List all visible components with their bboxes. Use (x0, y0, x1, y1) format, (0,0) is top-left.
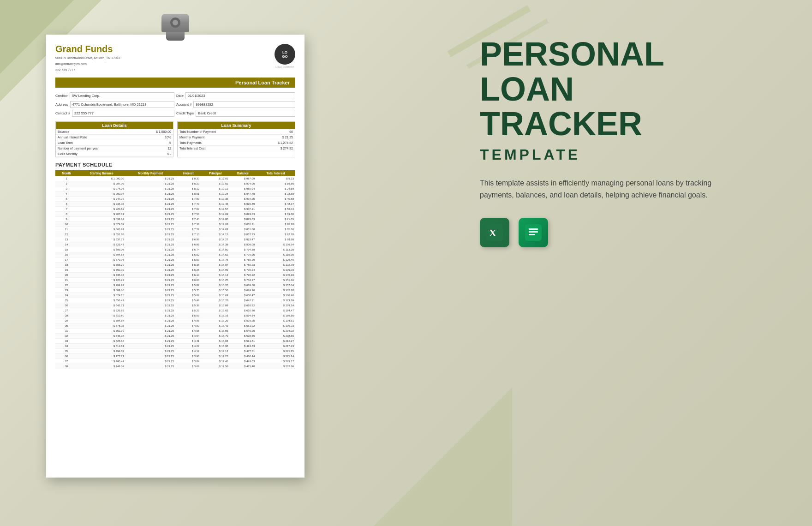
schedule-cell: $ 212.97 (256, 338, 295, 343)
schedule-cell: $ 21.25 (125, 211, 175, 216)
loan-summary-row: Monthly Payment$ 21.25 (178, 134, 295, 140)
schedule-cell: 36 (55, 353, 78, 359)
schedule-cell: $ 4.12 (175, 348, 201, 353)
schedule-cell: $ 21.25 (125, 308, 175, 313)
schedule-cell: $ 865.91 (78, 227, 125, 232)
schedule-cell: $ 7.67 (175, 206, 201, 211)
schedule-cell: $ 13.69 (201, 211, 229, 216)
table-row: 19$ 750.33$ 21.25$ 6.25$ 14.99$ 735.34$ … (55, 267, 295, 272)
schedule-cell: $ 16.29 (201, 318, 229, 323)
loan-summary-cell-label: Total Number of Payment (178, 129, 257, 135)
schedule-col-header: Balance (230, 170, 257, 176)
schedule-cell: $ 232.86 (256, 364, 295, 369)
schedule-cell: $ 626.82 (230, 303, 257, 308)
table-row: 12$ 851.88$ 21.25$ 7.10$ 14.15$ 837.73$ … (55, 232, 295, 237)
schedule-cell: 21 (55, 277, 78, 282)
schedule-cell: $ 16.70 (201, 333, 229, 338)
schedule-cell: $ 974.06 (230, 181, 257, 186)
schedule-cell: $ 14.03 (201, 227, 229, 232)
right-panel: PERSONAL LOAN TRACKER TEMPLATE This temp… (480, 37, 775, 247)
schedule-cell: $ 5.22 (175, 308, 201, 313)
schedule-cell: $ 425.48 (230, 364, 257, 369)
schedule-cell: $ 15.76 (201, 298, 229, 303)
schedule-cell: $ 229.17 (256, 359, 295, 364)
schedule-cell: $ 443.03 (78, 364, 125, 369)
schedule-cell: $ 7.79 (175, 201, 201, 206)
schedule-cell: $ 7.90 (175, 196, 201, 201)
info-right: Date 01/01/2023 Account # 999888292 Cred… (176, 92, 295, 117)
loan-sections: Loan Details Balance$ 1,000.00Annual Int… (55, 121, 295, 157)
schedule-cell: $ 21.25 (125, 221, 175, 227)
loan-details-row: Loan Term5 (56, 140, 173, 145)
schedule-cell: $ 151.16 (256, 277, 295, 282)
schedule-col-header: Principal (201, 170, 229, 176)
table-row: 20$ 735.34$ 21.25$ 6.13$ 15.12$ 720.22$ … (55, 272, 295, 277)
sheets-icon[interactable] (519, 218, 548, 247)
loan-summary-row: Total Interest Cost$ 274.82 (178, 145, 295, 151)
loan-summary-cell-value: $ 21.25 (257, 134, 295, 140)
table-row: 10$ 879.83$ 21.25$ 7.33$ 13.92$ 865.91$ … (55, 221, 295, 227)
table-row: 3$ 974.06$ 21.25$ 8.12$ 13.13$ 960.94$ 2… (55, 186, 295, 191)
schedule-cell: 15 (55, 247, 78, 252)
schedule-cell: 14 (55, 242, 78, 247)
schedule-cell: $ 21.25 (125, 277, 175, 282)
table-row: 4$ 960.94$ 21.25$ 8.01$ 13.24$ 947.70$ 3… (55, 191, 295, 196)
credit-type-row: Credit Type Bank Credit (176, 110, 295, 117)
schedule-cell: $ 71.05 (256, 216, 295, 221)
schedule-cell: $ 6.50 (175, 257, 201, 262)
schedule-cell: $ 809.08 (230, 242, 257, 247)
schedule-cell: $ 15.50 (201, 287, 229, 293)
schedule-cell: $ 460.44 (78, 359, 125, 364)
schedule-cell: $ 920.89 (230, 201, 257, 206)
schedule-cell: $ 610.80 (230, 308, 257, 313)
table-row: 9$ 893.63$ 21.25$ 7.45$ 13.80$ 879.83$ 7… (55, 216, 295, 221)
contact-label: Contact # (55, 111, 70, 115)
loan-details-cell-value: 10% (138, 134, 173, 140)
schedule-cell: $ 6.38 (175, 262, 201, 267)
schedule-cell: $ 16.98 (201, 343, 229, 348)
table-row: 2$ 987.09$ 21.25$ 8.23$ 13.02$ 974.06$ 1… (55, 181, 295, 186)
schedule-cell: $ 24.68 (256, 186, 295, 191)
schedule-cell: $ 735.34 (230, 267, 257, 272)
schedule-cell: $ 704.97 (230, 277, 257, 282)
logo-area: LOGO LOGO COMPANY (275, 44, 295, 68)
schedule-cell: $ 21.25 (125, 237, 175, 242)
schedule-cell: $ 8.01 (175, 191, 201, 196)
schedule-cell: $ 477.71 (78, 353, 125, 359)
schedule-cell: $ 16.56 (256, 181, 295, 186)
schedule-cell: 6 (55, 201, 78, 206)
schedule-cell: 26 (55, 303, 78, 308)
table-row: 37$ 460.44$ 21.25$ 3.84$ 17.41$ 443.03$ … (55, 359, 295, 364)
loan-details-row: Extra Monthly$ - (56, 151, 173, 156)
schedule-cell: $ 13.35 (201, 196, 229, 201)
schedule-cell: $ 15.37 (201, 282, 229, 287)
table-row: 11$ 865.91$ 21.25$ 7.22$ 14.03$ 851.88$ … (55, 227, 295, 232)
schedule-cell: $ 221.35 (256, 348, 295, 353)
schedule-cell: $ 5.36 (175, 303, 201, 308)
schedule-cell: $ 794.58 (78, 252, 125, 257)
account-row: Account # 999888292 (176, 101, 295, 108)
schedule-cell: $ 13.02 (201, 181, 229, 186)
svg-rect-4 (529, 231, 538, 233)
schedule-cell: $ 494.83 (78, 348, 125, 353)
schedule-cell: $ 561.92 (78, 328, 125, 333)
excel-icon[interactable]: X (480, 218, 509, 247)
schedule-cell: $ 735.34 (78, 272, 125, 277)
schedule-cell: $ 15.63 (201, 293, 229, 298)
schedule-cell: $ 779.95 (230, 252, 257, 257)
schedule-cell: $ 6.00 (175, 277, 201, 282)
schedule-cell: 38 (55, 364, 78, 369)
schedule-cell: $ 21.25 (125, 181, 175, 186)
schedule-cell: $ 545.36 (78, 333, 125, 338)
schedule-cell: 12 (55, 232, 78, 237)
table-row: 22$ 704.97$ 21.25$ 5.87$ 15.37$ 689.60$ … (55, 282, 295, 287)
schedule-cell: $ 907.31 (230, 206, 257, 211)
schedule-cell: $ 21.25 (125, 262, 175, 267)
date-label: Date (176, 94, 184, 98)
loan-summary-box: Loan Summary Total Number of Payment60Mo… (177, 121, 295, 157)
schedule-cell: $ 21.25 (125, 196, 175, 201)
table-row: 7$ 920.89$ 21.25$ 7.67$ 13.57$ 907.31$ 5… (55, 206, 295, 211)
table-row: 38$ 443.03$ 21.25$ 3.69$ 17.56$ 425.48$ … (55, 364, 295, 369)
table-row: 24$ 674.10$ 21.25$ 5.62$ 15.63$ 658.47$ … (55, 293, 295, 298)
account-value: 999888292 (193, 101, 295, 108)
